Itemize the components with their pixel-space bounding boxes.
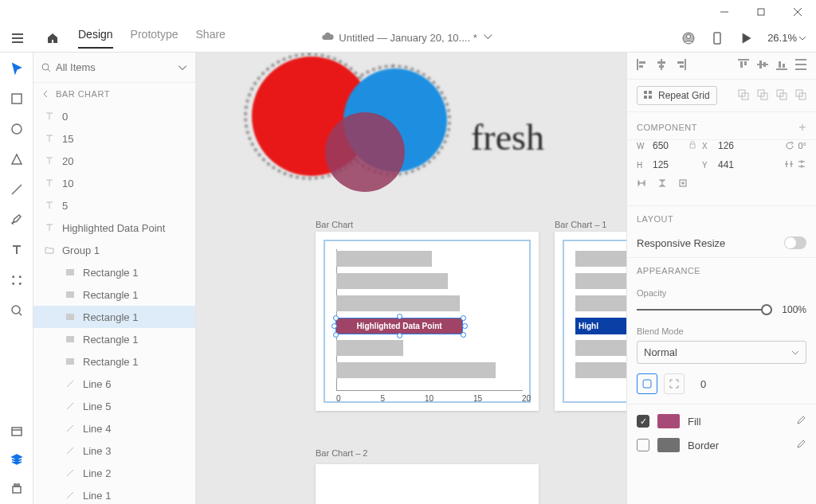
ellipse-tool-icon[interactable] (9, 121, 25, 137)
blend-mode-select[interactable]: Normal (637, 341, 806, 364)
fill-swatch[interactable] (657, 414, 680, 428)
scale-both-icon[interactable] (678, 178, 688, 189)
x-input[interactable]: 126 (718, 140, 748, 151)
align-bottom-icon[interactable] (776, 59, 787, 72)
artboard-label[interactable]: Bar Chart – 2 (316, 448, 367, 458)
polygon-tool-icon[interactable] (9, 151, 25, 167)
flip-horizontal-icon[interactable] (784, 159, 794, 170)
artboard-bar-chart[interactable]: Highlighted Data Point 05101520 (316, 232, 539, 411)
text-layer-icon (45, 178, 54, 188)
window-minimize-button[interactable] (706, 0, 743, 24)
layer-item[interactable]: 5 (33, 194, 195, 217)
bool-subtract-icon[interactable] (757, 89, 768, 103)
window-close-button[interactable] (779, 0, 816, 24)
layer-item[interactable]: 20 (33, 150, 195, 172)
canvas[interactable]: fresh Bar Chart Highlighted Data Point 0… (196, 53, 626, 504)
user-avatar-icon[interactable] (681, 31, 696, 45)
align-right-icon[interactable] (675, 59, 686, 72)
align-top-icon[interactable] (738, 59, 749, 72)
window-maximize-button[interactable] (743, 0, 779, 24)
zoom-tool-icon[interactable] (9, 303, 25, 318)
bool-add-icon[interactable] (738, 89, 749, 103)
layer-item[interactable]: Line 3 (33, 440, 195, 462)
distribute-icon[interactable] (795, 59, 806, 72)
fill-checkbox[interactable] (637, 415, 649, 428)
hamburger-menu-icon[interactable] (8, 29, 27, 48)
border-label: Border (688, 440, 719, 451)
layer-group[interactable]: Group 1 (33, 239, 195, 261)
layer-item[interactable]: Rectangle 1 (33, 350, 195, 373)
tab-design[interactable]: Design (78, 28, 113, 49)
svg-rect-19 (18, 484, 19, 486)
repeat-grid-button[interactable]: Repeat Grid (637, 86, 717, 105)
home-icon[interactable] (43, 29, 62, 48)
plugins-panel-icon[interactable] (9, 480, 25, 496)
flip-vertical-icon[interactable] (797, 159, 806, 170)
rectangle-tool-icon[interactable] (9, 91, 25, 107)
layer-item[interactable]: Rectangle 1 (33, 261, 195, 283)
pen-tool-icon[interactable] (9, 212, 25, 228)
layers-panel-icon[interactable] (9, 451, 25, 467)
text-tool-icon[interactable] (9, 242, 25, 258)
select-tool-icon[interactable] (9, 61, 25, 76)
layer-item[interactable]: Line 5 (33, 395, 195, 417)
opacity-slider[interactable] (637, 309, 772, 311)
corner-individual-icon[interactable] (664, 373, 685, 394)
layers-breadcrumb[interactable]: BAR CHART (33, 83, 195, 105)
document-title[interactable]: Untitled — January 20, 10.... * (321, 32, 494, 44)
layer-item[interactable]: Highlighted Data Point (33, 217, 195, 239)
layer-item[interactable]: 0 (33, 105, 195, 127)
layer-item[interactable]: Line 6 (33, 373, 195, 395)
responsive-toggle[interactable] (784, 236, 806, 249)
border-checkbox[interactable] (637, 439, 649, 451)
device-preview-icon[interactable] (710, 31, 724, 45)
tab-prototype[interactable]: Prototype (131, 28, 178, 49)
artboard-tool-icon[interactable] (9, 272, 25, 288)
align-middle-icon[interactable] (757, 59, 768, 72)
svg-point-8 (687, 34, 691, 38)
artboard-label[interactable]: Bar Chart – 1 (555, 220, 606, 229)
text-layer-icon (45, 156, 54, 166)
artboard-bar-chart-2[interactable] (316, 464, 539, 504)
layer-item[interactable]: Rectangle 1 (33, 283, 195, 306)
layer-item[interactable]: Rectangle 1 (33, 328, 195, 350)
height-input[interactable]: 125 (653, 159, 683, 170)
bool-exclude-icon[interactable] (795, 89, 806, 103)
tab-share[interactable]: Share (196, 28, 226, 49)
layer-item[interactable]: 10 (33, 172, 195, 194)
zoom-level[interactable]: 26.1% (767, 32, 806, 44)
y-input[interactable]: 441 (718, 159, 748, 170)
artboard-label[interactable]: Bar Chart (316, 220, 353, 229)
align-center-h-icon[interactable] (656, 59, 667, 72)
svg-rect-36 (661, 59, 662, 70)
lock-aspect-icon[interactable] (689, 141, 696, 150)
bool-intersect-icon[interactable] (776, 89, 787, 103)
layers-search[interactable]: All Items (33, 53, 195, 83)
corner-same-icon[interactable] (637, 373, 657, 394)
align-left-icon[interactable] (637, 59, 648, 72)
width-input[interactable]: 650 (653, 140, 683, 151)
layer-item[interactable]: Line 1 (33, 484, 195, 504)
line-tool-icon[interactable] (9, 182, 25, 197)
eyedropper-icon[interactable] (795, 415, 806, 428)
border-swatch[interactable] (657, 438, 680, 452)
svg-rect-45 (757, 64, 768, 65)
artboard-bar-chart-1[interactable]: Highl (555, 232, 626, 411)
play-preview-icon[interactable] (739, 31, 753, 45)
opacity-value[interactable]: 100% (782, 304, 806, 315)
scale-height-icon[interactable] (657, 178, 667, 189)
layer-item[interactable]: Line 2 (33, 462, 195, 484)
assets-panel-icon[interactable] (9, 423, 25, 439)
layer-item-selected[interactable]: Rectangle 1 (33, 306, 195, 328)
scale-width-icon[interactable] (637, 178, 646, 189)
layer-item[interactable]: 15 (33, 127, 195, 150)
add-component-icon[interactable]: + (798, 120, 806, 135)
svg-rect-15 (12, 428, 22, 436)
corner-radius-input[interactable]: 0 (700, 378, 706, 390)
svg-line-30 (67, 447, 73, 454)
layer-item[interactable]: Line 4 (33, 417, 195, 440)
line-layer-icon (65, 446, 75, 455)
rotation-input[interactable]: 0° (798, 141, 806, 150)
eyedropper-icon[interactable] (795, 439, 806, 452)
selected-bar[interactable]: Highlighted Data Point (335, 318, 463, 334)
